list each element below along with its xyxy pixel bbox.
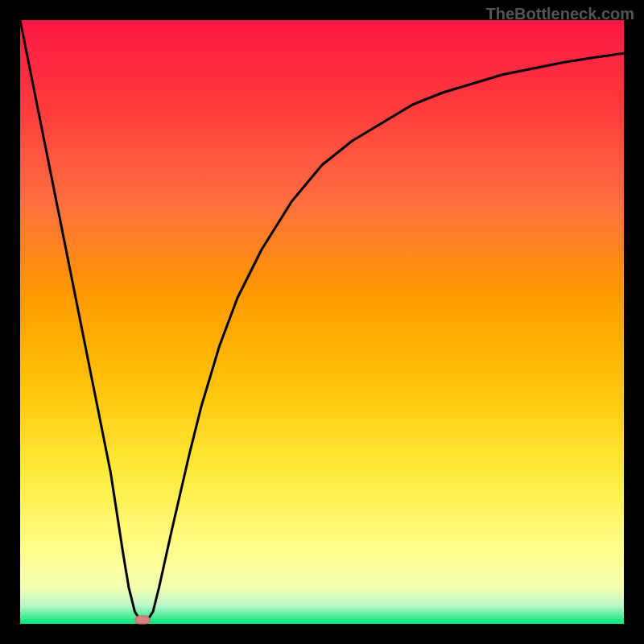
- frame-left: [0, 0, 20, 644]
- chart-svg: [0, 0, 644, 644]
- watermark-text: TheBottleneck.com: [486, 5, 634, 23]
- chart-container: TheBottleneck.com: [0, 0, 644, 644]
- frame-bottom: [0, 624, 644, 644]
- plot-background: [20, 20, 624, 624]
- frame-right: [624, 0, 644, 644]
- minimum-marker: [135, 616, 150, 624]
